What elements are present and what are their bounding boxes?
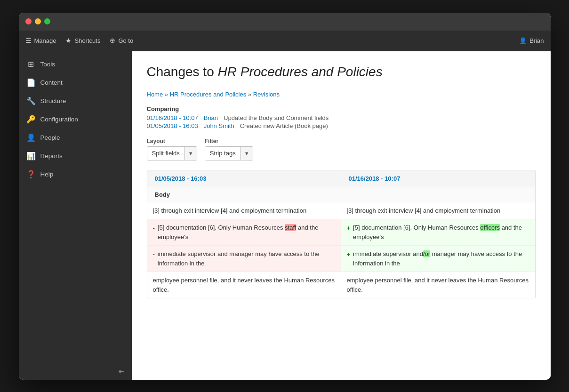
comparing-label: Comparing	[147, 105, 536, 112]
layout-label: Layout	[147, 138, 197, 144]
sidebar-item-label: Structure	[40, 97, 66, 104]
diff-cell-right-4: employee personnel file, and it never le…	[341, 272, 535, 298]
diff-text-right: [5] documentation [6]. Only Human Resour…	[353, 223, 529, 241]
diff-body: [3] through exit interview [4] and emplo…	[147, 202, 535, 298]
sidebar: ⊞ Tools 📄 Content 🔧 Structure 🔑 Configur…	[19, 51, 132, 380]
titlebar	[19, 13, 551, 31]
sidebar-item-label: Help	[40, 171, 54, 178]
help-icon: ❓	[26, 170, 36, 179]
sidebar-item-structure[interactable]: 🔧 Structure	[19, 92, 132, 110]
diff-cell-left-4: employee personnel file, and it never le…	[147, 272, 341, 298]
filter-value: Strip tags	[205, 147, 240, 160]
close-button[interactable]	[25, 18, 32, 24]
diff-cell-left-2: - [5] documentation [6]. Only Human Reso…	[147, 219, 341, 245]
diff-cell-right-3: + immediate supervisor and/or manager ma…	[341, 246, 535, 272]
search-icon: ⊕	[110, 37, 115, 44]
hamburger-icon: ☰	[25, 37, 32, 44]
layout-dropdown-arrow[interactable]: ▼	[184, 147, 197, 160]
layout-value: Split fields	[147, 147, 184, 160]
minimize-button[interactable]	[35, 18, 41, 24]
user-menu[interactable]: 👤 Brian	[519, 37, 544, 44]
diff-marker-add: +	[347, 224, 351, 233]
traffic-lights	[25, 18, 50, 24]
rev-date-1[interactable]: 01/16/2018 - 10:07	[147, 114, 198, 121]
rev-date-2[interactable]: 01/05/2018 - 16:03	[147, 122, 198, 129]
breadcrumb-section[interactable]: HR Procedures and Policies	[170, 91, 247, 98]
shortcuts-label: Shortcuts	[74, 37, 100, 44]
goto-menu[interactable]: ⊕ Go to	[110, 37, 133, 44]
star-icon: ★	[65, 37, 72, 44]
diff-marker-del: -	[153, 224, 155, 233]
diff-row-changed-2: - [5] documentation [6]. Only Human Reso…	[147, 219, 535, 246]
comparing-row-2: 01/05/2018 - 16:03 John Smith Created ne…	[147, 122, 536, 129]
goto-label: Go to	[118, 37, 133, 44]
content-icon: 📄	[26, 78, 36, 87]
tools-icon: ⊞	[26, 60, 36, 69]
diff-field-label: Body	[147, 187, 535, 202]
diff-cell-left-1: [3] through exit interview [4] and emplo…	[147, 202, 341, 219]
manage-label: Manage	[34, 37, 56, 44]
sidebar-item-label: Content	[40, 79, 63, 86]
diff-cell-right-2: + [5] documentation [6]. Only Human Reso…	[341, 219, 535, 245]
sidebar-item-label: Reports	[40, 152, 63, 160]
diff-marker-del-2: -	[153, 250, 155, 259]
layout-control: Layout Split fields ▼	[147, 138, 197, 160]
diff-header-right: 01/16/2018 - 10:07	[341, 170, 535, 187]
diff-text: [3] through exit interview [4] and emplo…	[153, 206, 307, 216]
structure-icon: 🔧	[26, 96, 36, 105]
filter-dropdown-arrow[interactable]: ▼	[240, 147, 253, 160]
controls-row: Layout Split fields ▼ Filter Strip tags …	[147, 138, 536, 160]
diff-text: [3] through exit interview [4] and emplo…	[347, 206, 501, 216]
diff-row-neutral-4: employee personnel file, and it never le…	[147, 272, 535, 298]
rev-author-2[interactable]: John Smith	[204, 122, 234, 129]
filter-label: Filter	[205, 138, 253, 144]
layout-select[interactable]: Split fields ▼	[147, 146, 197, 160]
diff-text-right-4: employee personnel file, and it never le…	[347, 276, 529, 294]
page-title: Changes to HR Procedures and Policies	[147, 64, 536, 80]
nav-bar: ☰ Manage ★ Shortcuts ⊕ Go to 👤 Brian	[19, 31, 551, 51]
collapse-sidebar-button[interactable]: ⇤	[119, 368, 124, 375]
sidebar-item-reports[interactable]: 📊 Reports	[19, 147, 132, 165]
app-body: ⊞ Tools 📄 Content 🔧 Structure 🔑 Configur…	[19, 51, 551, 380]
diff-row-changed-3: - immediate supervisor and manager may h…	[147, 246, 535, 272]
rev-author-1[interactable]: Brian	[204, 114, 218, 121]
sidebar-item-people[interactable]: 👤 People	[19, 128, 132, 147]
diff-cell-right-1: [3] through exit interview [4] and emplo…	[341, 202, 535, 219]
comparing-row-1: 01/16/2018 - 10:07 Brian Updated the Bod…	[147, 114, 536, 121]
rev-desc-2: Created new Article (Book page)	[240, 122, 328, 129]
rev-desc-1: Updated the Body and Comment fields	[224, 114, 329, 121]
sidebar-item-content[interactable]: 📄 Content	[19, 73, 132, 92]
sidebar-item-help[interactable]: ❓ Help	[19, 165, 132, 184]
sidebar-item-label: Configuration	[40, 116, 78, 123]
sidebar-item-tools[interactable]: ⊞ Tools	[19, 55, 132, 73]
main-content: Changes to HR Procedures and Policies Ho…	[132, 51, 551, 380]
user-icon: 👤	[519, 37, 527, 44]
filter-select[interactable]: Strip tags ▼	[205, 146, 253, 160]
diff-text-left-3: immediate supervisor and manager may hav…	[158, 249, 335, 268]
filter-control: Filter Strip tags ▼	[205, 138, 253, 160]
reports-icon: 📊	[26, 152, 36, 160]
sidebar-item-label: Tools	[40, 61, 56, 68]
shortcuts-menu[interactable]: ★ Shortcuts	[65, 37, 100, 44]
sidebar-item-configuration[interactable]: 🔑 Configuration	[19, 110, 132, 128]
comparing-section: Comparing 01/16/2018 - 10:07 Brian Updat…	[147, 105, 536, 129]
diff-header-left: 01/05/2018 - 16:03	[147, 170, 341, 187]
diff-text-left: [5] documentation [6]. Only Human Resour…	[158, 223, 335, 241]
sidebar-collapse: ⇤	[19, 363, 132, 380]
diff-row-neutral-1: [3] through exit interview [4] and emplo…	[147, 202, 535, 220]
breadcrumb-home[interactable]: Home	[147, 91, 163, 98]
breadcrumb-revisions[interactable]: Revisions	[253, 91, 280, 98]
app-window: ☰ Manage ★ Shortcuts ⊕ Go to 👤 Brian ⊞ T…	[19, 13, 551, 380]
people-icon: 👤	[26, 133, 36, 142]
diff-text-right-3: immediate supervisor and/or manager may …	[353, 249, 529, 268]
configuration-icon: 🔑	[26, 115, 36, 124]
sidebar-nav: ⊞ Tools 📄 Content 🔧 Structure 🔑 Configur…	[19, 51, 132, 363]
diff-marker-add-2: +	[347, 250, 351, 259]
maximize-button[interactable]	[44, 18, 50, 24]
diff-container: 01/05/2018 - 16:03 01/16/2018 - 10:07 Bo…	[147, 170, 536, 299]
manage-menu[interactable]: ☰ Manage	[25, 37, 56, 44]
breadcrumb: Home » HR Procedures and Policies » Revi…	[147, 91, 536, 98]
sidebar-item-label: People	[40, 134, 60, 141]
user-label: Brian	[529, 37, 544, 44]
diff-header: 01/05/2018 - 16:03 01/16/2018 - 10:07	[147, 170, 535, 187]
